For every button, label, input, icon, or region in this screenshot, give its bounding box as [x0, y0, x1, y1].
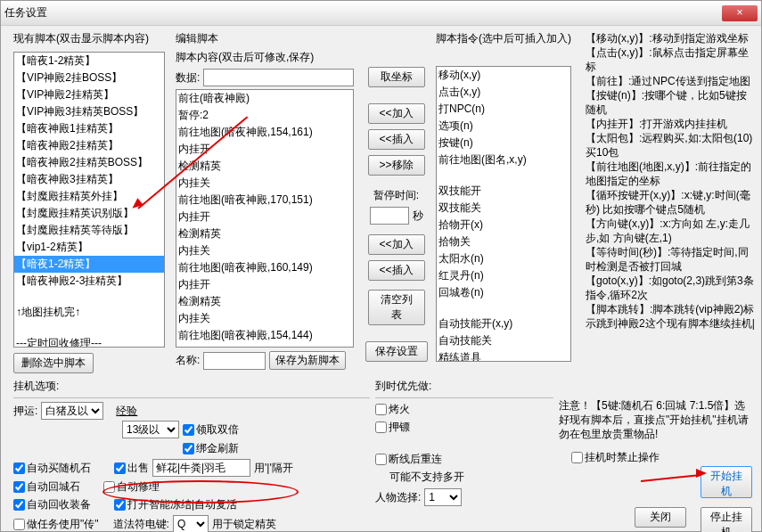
start-button[interactable]: 开始挂机 — [701, 466, 752, 498]
add2-button[interactable]: <<加入 — [368, 234, 425, 255]
list-item[interactable]: 按键(n) — [437, 135, 570, 151]
pause-input[interactable] — [370, 207, 409, 225]
list-item[interactable] — [437, 301, 570, 315]
rune-key-select[interactable]: Q — [173, 515, 209, 532]
list-item[interactable]: 内挂开 — [176, 276, 353, 293]
list-item[interactable]: 打NPC(n) — [437, 101, 570, 118]
list-item[interactable]: 检测精英 — [176, 225, 353, 242]
list-item[interactable]: 双技能关 — [437, 200, 570, 217]
list-item[interactable]: 【封魔殿挂精英识别版】 — [14, 205, 164, 222]
list-item[interactable]: 【暗夜神殿1挂精英】 — [14, 120, 164, 137]
luck-label: 押运: — [13, 404, 37, 419]
list-item[interactable]: 【vip1-2精英】 — [14, 239, 164, 256]
insert-button[interactable]: <<插入 — [368, 129, 425, 150]
save-new-script-button[interactable]: 保存为新脚本 — [269, 351, 346, 370]
exp-select[interactable]: 13级以 — [122, 421, 179, 438]
list-item[interactable]: 选项(n) — [437, 118, 570, 135]
priority-title: 到时优先做: — [375, 379, 553, 394]
task-use-checkbox[interactable]: 做任务使用"传" — [13, 517, 99, 532]
reference-line: 【前往地图(地图,x,y)】:前往指定的地图指定的坐标 — [586, 160, 755, 188]
auto-recycle-checkbox[interactable]: 自动回收装备 — [13, 497, 91, 512]
list-item[interactable]: 【封魔殿挂精英等待版】 — [14, 222, 164, 239]
get-coord-button[interactable]: 取坐标 — [368, 67, 425, 87]
list-item[interactable]: 内挂关 — [176, 242, 353, 259]
list-item[interactable]: 【暗夜神殿2挂精英】 — [14, 137, 164, 154]
list-item[interactable]: 【VIP神殿2挂BOSS】 — [14, 70, 164, 86]
auto-repair-checkbox[interactable]: 自动修理 — [103, 479, 160, 495]
list-item[interactable]: 【暗夜神殿3挂精英】 — [14, 171, 164, 188]
data-input[interactable] — [203, 69, 354, 86]
list-item[interactable]: 检测精英 — [176, 293, 353, 310]
list-item[interactable]: 【封魔殿挂精英外挂】 — [14, 188, 164, 205]
sell-checkbox[interactable]: 出售 — [114, 461, 149, 476]
list-item[interactable]: 前往地图(暗夜神殿,170,151) — [176, 192, 353, 209]
list-item[interactable]: 【暗夜神殿2-3挂精英】 — [14, 273, 164, 290]
scripts-list[interactable]: 【暗夜1-2精英】【VIP神殿2挂BOSS】【VIP神殿2挂精英】【VIP神殿3… — [13, 52, 165, 348]
save-settings-button[interactable]: 保存设置 — [365, 341, 428, 362]
list-item[interactable]: 内挂开 — [176, 344, 353, 348]
list-item[interactable]: ---定时回收修理--- — [14, 335, 164, 348]
list-item[interactable]: 拾物关 — [437, 233, 570, 250]
list-item[interactable] — [14, 321, 164, 335]
reference-line: 【前往】:通过NPC传送到指定地图 — [586, 74, 755, 88]
list-item[interactable]: 双技能开 — [437, 183, 570, 200]
list-item[interactable]: 内挂关 — [176, 310, 353, 327]
list-item[interactable]: 红灵丹(n) — [437, 267, 570, 284]
sell-sep-label: 用'|'隔开 — [254, 461, 293, 476]
bind-refresh-checkbox[interactable]: 绑金刷新 — [183, 441, 239, 456]
char-select[interactable]: 1 — [424, 488, 462, 506]
add-button[interactable]: <<加入 — [368, 103, 425, 124]
smart-checkbox[interactable]: 打开智能冻结|自动复活 — [114, 497, 237, 512]
scripts-panel-title: 现有脚本(双击显示脚本内容) — [13, 31, 165, 46]
clear-list-button[interactable]: 清空列表 — [368, 290, 425, 325]
list-item[interactable]: 自动技能开(x,y) — [437, 315, 570, 332]
luck-select[interactable]: 白猪及以 — [41, 402, 103, 420]
list-item[interactable]: 【暗夜1-2精英】 — [14, 53, 164, 70]
fish-checkbox[interactable]: 押镖 — [375, 420, 410, 435]
remove-button[interactable]: >>移除 — [368, 155, 425, 176]
list-item[interactable]: 前往地图(暗夜神殿,154,144) — [176, 327, 353, 344]
list-item[interactable]: 前往地图(暗夜神殿,154,161) — [176, 124, 353, 141]
list-item[interactable]: 移动(x,y) — [437, 67, 570, 84]
sell-items-input[interactable] — [152, 459, 250, 477]
list-item[interactable]: 【VIP神殿3挂精英BOSS】 — [14, 103, 164, 120]
reference-line: 【等待时间(秒)】:等待指定时间,同时检测是否被打回城 — [586, 245, 755, 274]
reference-line: 【移动(x,y)】:移动到指定游戏坐标 — [586, 31, 755, 45]
list-item[interactable] — [14, 290, 164, 304]
name-input[interactable] — [203, 352, 266, 370]
cmds-list[interactable]: 移动(x,y)点击(x,y)打NPC(n)选项(n)按键(n)前往地图(图名,x… — [436, 66, 571, 362]
auto-back-checkbox[interactable]: 自动回城石 — [13, 479, 80, 495]
list-item[interactable]: 拾物开(x) — [437, 217, 570, 233]
list-item[interactable]: 内挂开 — [176, 141, 353, 158]
notice-text: 注意！【5键:随机石 6:回城 7:1.5倍】选好现有脚本后，直接点"开始挂机"… — [559, 398, 753, 441]
close-icon[interactable]: × — [722, 5, 758, 21]
list-item[interactable]: 前往地图(暗夜神殿,160,149) — [176, 259, 353, 276]
reconnect-checkbox[interactable]: 断线后重连 — [375, 452, 442, 467]
close-button[interactable]: 关闭 — [635, 507, 686, 528]
list-item[interactable] — [437, 168, 570, 183]
get-double-checkbox[interactable]: 领取双倍 — [183, 422, 239, 438]
list-item[interactable]: 检测精英 — [176, 158, 353, 175]
script-content-list[interactable]: 前往(暗夜神殿)暂停:2前往地图(暗夜神殿,154,161)内挂开检测精英内挂关… — [176, 89, 354, 348]
forbid-checkbox[interactable]: 挂机时禁止操作 — [571, 450, 660, 465]
list-item[interactable]: 点击(x,y) — [437, 84, 570, 101]
list-item[interactable]: 【VIP神殿2挂精英】 — [14, 86, 164, 103]
stop-button[interactable]: 停止挂机 — [701, 507, 752, 532]
auto-buy-stone-checkbox[interactable]: 自动买随机石 — [13, 461, 91, 476]
delete-script-button[interactable]: 删除选中脚本 — [13, 353, 94, 373]
list-item[interactable]: 内挂开 — [176, 209, 353, 225]
list-item[interactable]: 暂停:2 — [176, 107, 353, 124]
list-item[interactable]: 太阳水(n) — [437, 250, 570, 267]
list-item[interactable]: 前往(暗夜神殿) — [176, 90, 353, 107]
insert2-button[interactable]: <<插入 — [368, 260, 425, 281]
titlebar: 任务设置 × — [1, 1, 761, 26]
list-item[interactable]: 【暗夜1-2精英】 — [14, 256, 164, 273]
list-item[interactable]: ↑地图挂机完↑ — [14, 304, 164, 321]
list-item[interactable]: 精练道具 — [437, 349, 570, 362]
list-item[interactable]: 自动技能关 — [437, 332, 570, 349]
list-item[interactable]: 回城卷(n) — [437, 284, 570, 301]
list-item[interactable]: 前往地图(图名,x,y) — [437, 151, 570, 168]
list-item[interactable]: 【暗夜神殿2挂精英BOSS】 — [14, 154, 164, 171]
list-item[interactable]: 内挂关 — [176, 175, 353, 192]
bake-checkbox[interactable]: 烤火 — [375, 402, 410, 417]
